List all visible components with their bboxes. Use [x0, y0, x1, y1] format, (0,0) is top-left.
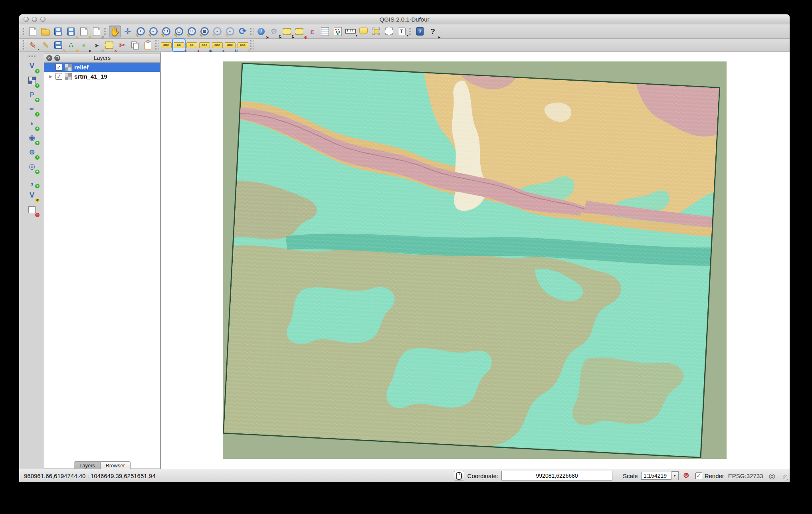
- new-bookmark-button[interactable]: [370, 26, 382, 38]
- window-resize-grip[interactable]: [783, 475, 788, 480]
- show-hide-labels-button[interactable]: abc◉: [198, 39, 210, 51]
- remove-layer-button[interactable]: −: [26, 204, 38, 215]
- field-calculator-button[interactable]: [332, 26, 344, 38]
- add-feature-button[interactable]: ∴✱: [65, 39, 77, 51]
- toolbar-handle: [22, 27, 25, 36]
- layer-checkbox-srtm[interactable]: ✓: [55, 73, 62, 80]
- add-wcs-layer-badge-icon: +: [35, 155, 40, 160]
- node-tool-button[interactable]: ➤⚙: [91, 39, 103, 51]
- show-bookmarks-button[interactable]: [383, 26, 395, 38]
- open-project-button[interactable]: [40, 26, 51, 38]
- measure-button[interactable]: [345, 26, 356, 38]
- run-feature-action-button[interactable]: ⚙➤: [268, 26, 280, 38]
- current-edits-button[interactable]: ✎: [27, 39, 39, 51]
- change-label-icon: abc: [238, 42, 248, 48]
- scale-dropdown-icon[interactable]: ▼: [671, 471, 679, 480]
- pan-to-selection-button[interactable]: ✛: [122, 26, 134, 38]
- delete-selected-button[interactable]: ✕: [103, 39, 115, 51]
- new-shapefile-layer-badge-icon: ✱: [35, 198, 40, 203]
- crs-status-icon[interactable]: ◎: [768, 471, 775, 480]
- cut-features-button[interactable]: ✂: [116, 39, 128, 51]
- add-wms-layer-button[interactable]: ◉+: [26, 132, 38, 144]
- add-spatialite-layer-button[interactable]: ✒+: [26, 103, 38, 115]
- paste-features-button[interactable]: [142, 39, 154, 51]
- select-features-button[interactable]: ➤: [281, 26, 293, 38]
- move-feature-button[interactable]: ●➤: [78, 39, 90, 51]
- layer-item-srtm[interactable]: ▶ ✓ srtm_41_19: [44, 72, 160, 81]
- panel-detach-icon[interactable]: ❐: [54, 55, 60, 61]
- zoom-out-button[interactable]: −: [147, 26, 159, 38]
- zoom-in-button[interactable]: +: [135, 26, 147, 38]
- remove-layer-badge-icon: −: [35, 213, 40, 217]
- pin-labels-button[interactable]: ab●: [173, 39, 185, 51]
- add-raster-layer-button[interactable]: +: [26, 74, 38, 86]
- change-label-button[interactable]: abc✎: [237, 39, 249, 51]
- text-annotation-icon: T: [398, 28, 406, 35]
- identify-features-button[interactable]: i➤: [255, 26, 267, 38]
- add-mssql-layer-badge-icon: +: [35, 127, 40, 131]
- refresh-map-icon: ⟳: [238, 27, 248, 36]
- stop-render-button[interactable]: ✎ ⊘: [683, 471, 692, 480]
- refresh-map-button[interactable]: ⟳: [237, 26, 249, 38]
- new-project-button[interactable]: [27, 26, 39, 38]
- highlight-pinned-labels-button[interactable]: ab●: [186, 39, 198, 51]
- new-shapefile-layer-button[interactable]: V✱: [26, 189, 38, 201]
- select-by-expression-button[interactable]: ε: [306, 26, 318, 38]
- panel-tabs: Layers Browser: [74, 461, 131, 470]
- add-mssql-layer-button[interactable]: ◗+: [26, 117, 38, 129]
- text-annotation-button[interactable]: T: [396, 26, 408, 38]
- copy-features-button[interactable]: [129, 39, 141, 51]
- map-canvas[interactable]: [160, 52, 790, 469]
- composer-manager-button[interactable]: ⚙: [91, 26, 103, 38]
- new-print-composer-button[interactable]: ✱: [78, 26, 90, 38]
- add-vector-layer-badge-icon: +: [35, 69, 40, 73]
- node-tool-icon: ➤: [92, 40, 101, 50]
- rotate-label-button[interactable]: abc↻: [224, 39, 236, 51]
- tab-layers[interactable]: Layers: [74, 461, 101, 470]
- whats-this-button[interactable]: ?➤: [427, 26, 439, 38]
- zoom-window-button[interactable]: [40, 17, 46, 22]
- zoom-to-selection-button[interactable]: □: [186, 26, 198, 38]
- highlight-pinned-labels-icon: ab: [186, 42, 197, 48]
- tab-browser[interactable]: Browser: [101, 461, 131, 470]
- add-wfs-layer-button[interactable]: ◎+: [26, 160, 38, 172]
- zoom-full-button[interactable]: ▢: [173, 26, 185, 38]
- add-postgis-layer-button[interactable]: P+: [26, 89, 38, 101]
- deselect-features-button[interactable]: ⊘: [293, 26, 305, 38]
- titlebar[interactable]: QGIS 2.0.1-Dufour: [19, 14, 790, 24]
- panel-close-icon[interactable]: ✕: [46, 55, 52, 61]
- scale-value[interactable]: 1:154219: [641, 472, 671, 480]
- coordinate-label: Coordinate:: [467, 472, 499, 479]
- render-checkbox[interactable]: ✓: [695, 472, 702, 479]
- map-tips-button[interactable]: [357, 26, 369, 38]
- help-contents-button[interactable]: ?: [414, 26, 426, 38]
- scale-combobox[interactable]: 1:154219 ▼: [641, 471, 679, 480]
- mouse-position-toggle-button[interactable]: [454, 471, 464, 480]
- open-attribute-table-button[interactable]: [319, 26, 331, 38]
- add-spatialite-layer-icon: ✒: [27, 104, 37, 114]
- add-wcs-layer-button[interactable]: ⊕+: [26, 146, 38, 158]
- zoom-to-layer-button[interactable]: ▦: [198, 26, 210, 38]
- copy-features-icon: [131, 41, 139, 49]
- expander-icon[interactable]: ▶: [48, 74, 53, 79]
- close-window-button[interactable]: [24, 17, 29, 22]
- save-project-button[interactable]: [52, 26, 64, 38]
- add-wfs-layer-badge-icon: +: [35, 170, 40, 174]
- layer-checkbox-relief[interactable]: ✓: [55, 64, 62, 71]
- toggle-editing-button[interactable]: ✎: [40, 39, 51, 51]
- render-label: Render: [705, 472, 724, 479]
- add-wms-layer-icon: ◉: [27, 133, 37, 142]
- toolbar-handle: [250, 40, 254, 50]
- layer-labeling-button[interactable]: abc: [160, 39, 172, 51]
- layer-item-relief[interactable]: ✓ relief: [44, 63, 160, 72]
- zoom-native-button[interactable]: 1:1: [160, 26, 172, 38]
- save-layer-edits-button[interactable]: ✎: [52, 39, 64, 51]
- minimize-window-button[interactable]: [32, 17, 37, 22]
- add-vector-layer-button[interactable]: V+: [26, 60, 38, 72]
- save-project-as-button[interactable]: ✎: [65, 26, 77, 38]
- add-delimited-text-layer-button[interactable]: ,+: [26, 175, 38, 187]
- move-label-button[interactable]: abc➤: [211, 39, 223, 51]
- remove-layer-icon: [28, 206, 36, 213]
- pan-map-button[interactable]: ✋: [109, 26, 121, 38]
- coordinate-input[interactable]: [501, 471, 612, 480]
